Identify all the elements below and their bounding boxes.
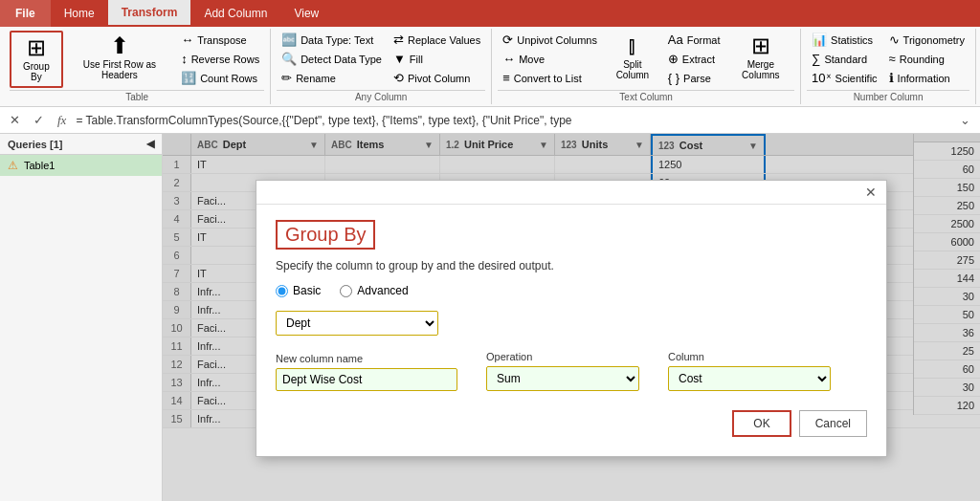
radio-group: Basic Advanced [276,284,867,297]
fill-button[interactable]: ▼ Fill [389,50,485,68]
radio-basic-label[interactable]: Basic [276,284,321,297]
standard-label: Standard [824,54,867,65]
tab-view[interactable]: View [280,0,332,27]
new-column-name-label: New column name [276,353,457,364]
sidebar-collapse-icon[interactable]: ◀ [146,138,154,150]
transpose-label: Transpose [197,34,247,46]
extract-label: Extract [682,54,715,65]
tab-transform[interactable]: Transform [108,0,191,27]
rename-button[interactable]: ✏ Rename [277,69,387,87]
standard-button[interactable]: ∑ Standard [807,50,882,68]
operation-select[interactable]: Sum Average Min Max Count [486,366,639,391]
ribbon-group-any-column: 🔤 Data Type: Text 🔍 Detect Data Type ✏ R… [271,29,492,104]
use-first-row-icon: ⬆ [110,34,129,57]
text-column-group-label: Text Column [498,90,794,102]
table-group-label: Table [10,90,264,102]
parse-label: Parse [683,73,711,84]
move-button[interactable]: ↔ Move [498,50,602,68]
ribbon-text-items: ⟳ Unpivot Columns ↔ Move ≡ Convert to Li… [498,31,794,88]
tab-bar: File Home Transform Add Column View [0,0,980,27]
ribbon-number-col1: 📊 Statistics ∑ Standard 10ˣ Scientific [807,31,882,87]
cancel-button[interactable]: Cancel [799,410,867,437]
reverse-rows-button[interactable]: ↕ Reverse Rows [176,50,264,68]
dialog-buttons: OK Cancel [276,410,867,437]
unpivot-icon: ⟳ [502,33,513,47]
rounding-button[interactable]: ≈ Rounding [884,50,969,68]
replace-values-button[interactable]: ⇄ Replace Values [389,31,485,49]
replace-label: Replace Values [408,34,480,46]
split-column-button[interactable]: ⫿ Split Column [604,31,661,84]
radio-basic[interactable] [276,285,288,297]
formula-fx-icon[interactable]: fx [54,112,70,129]
ribbon-number-items: 📊 Statistics ∑ Standard 10ˣ Scientific ∿… [807,31,969,88]
merge-columns-button[interactable]: ⊞ Merge Columns [727,31,795,84]
group-by-column-select[interactable]: Dept Items Unit Price Units Cost [276,311,438,336]
scientific-label: Scientific [835,73,878,84]
dialog-body: Group By Specify the column to group by … [256,205,886,456]
statistics-label: Statistics [831,34,873,46]
format-icon: Aa [668,33,683,47]
information-button[interactable]: ℹ Information [884,69,969,87]
trig-icon: ∿ [889,33,900,47]
number-column-group-label: Number Column [807,90,969,102]
table-area: ABC Dept ▼ ABC Items ▼ 1.2 Unit Price ▼ … [163,134,980,501]
count-rows-button[interactable]: 🔢 Count Rows [176,69,264,87]
convert-list-icon: ≡ [502,71,510,85]
scientific-button[interactable]: 10ˣ Scientific [807,69,882,87]
trigonometry-button[interactable]: ∿ Trigonometry [884,31,969,49]
use-first-row-button[interactable]: ⬆ Use First Row as Headers [65,31,174,84]
formula-expand-icon[interactable]: ⌄ [956,112,974,128]
data-type-button[interactable]: 🔤 Data Type: Text [277,31,387,49]
radio-advanced-label[interactable]: Advanced [340,284,408,297]
merge-icon: ⊞ [751,34,770,57]
statistics-button[interactable]: 📊 Statistics [807,31,882,49]
group-by-button[interactable]: ⊞ Group By [10,31,63,88]
pivot-column-button[interactable]: ⟲ Pivot Column [389,69,485,87]
sidebar-header-label: Queries [1] [8,139,62,150]
sidebar-item-table1[interactable]: ⚠ Table1 [0,155,162,176]
formula-cancel-icon[interactable]: ✕ [6,112,24,128]
reverse-rows-label: Reverse Rows [191,54,260,65]
ok-button[interactable]: OK [732,410,791,437]
tab-file[interactable]: File [0,0,51,27]
statistics-icon: 📊 [812,33,827,47]
formula-confirm-icon[interactable]: ✓ [30,112,48,128]
ribbon-text-col2: Aa Format ⊕ Extract { } Parse [663,31,725,87]
fill-label: Fill [410,54,423,65]
ribbon-text-col1: ⟳ Unpivot Columns ↔ Move ≡ Convert to Li… [498,31,602,87]
replace-icon: ⇄ [393,33,404,47]
transpose-icon: ↔ [181,33,193,47]
detect-data-type-button[interactable]: 🔍 Detect Data Type [277,50,387,68]
radio-advanced[interactable] [340,285,352,297]
ribbon-any-column-items: 🔤 Data Type: Text 🔍 Detect Data Type ✏ R… [277,31,485,88]
parse-button[interactable]: { } Parse [663,69,725,87]
parse-icon: { } [668,71,679,85]
move-label: Move [519,54,545,65]
tab-home[interactable]: Home [51,0,108,27]
count-rows-label: Count Rows [200,73,257,84]
dialog-description: Specify the column to group by and the d… [276,259,867,272]
convert-list-label: Convert to List [514,73,582,84]
convert-list-button[interactable]: ≡ Convert to List [498,69,602,87]
rename-label: Rename [296,73,336,84]
sidebar: Queries [1] ◀ ⚠ Table1 [0,134,163,501]
unpivot-button[interactable]: ⟳ Unpivot Columns [498,31,602,49]
tab-add-column[interactable]: Add Column [190,0,280,27]
split-label: Split Column [612,59,654,80]
extract-button[interactable]: ⊕ Extract [663,50,725,68]
new-column-name-input[interactable] [276,368,457,391]
dialog-title-bar: ✕ [256,181,886,205]
main-area: Queries [1] ◀ ⚠ Table1 ABC Dept ▼ ABC It… [0,134,980,501]
group-by-dialog: ✕ Group By Specify the column to group b… [256,180,887,457]
data-type-label: Data Type: Text [301,34,373,46]
dialog-close-button[interactable]: ✕ [861,185,880,200]
transpose-button[interactable]: ↔ Transpose [176,31,264,49]
sidebar-item-label: Table1 [24,160,55,171]
formula-bar: ✕ ✓ fx ⌄ [0,107,980,134]
column-select[interactable]: Dept Items Unit Price Units Cost [668,366,831,391]
formula-input[interactable] [76,114,950,127]
information-label: Information [898,73,950,84]
format-button[interactable]: Aa Format [663,31,725,49]
information-icon: ℹ [889,71,894,85]
ribbon-table-items: ⊞ Group By ⬆ Use First Row as Headers ↔ … [10,31,264,88]
